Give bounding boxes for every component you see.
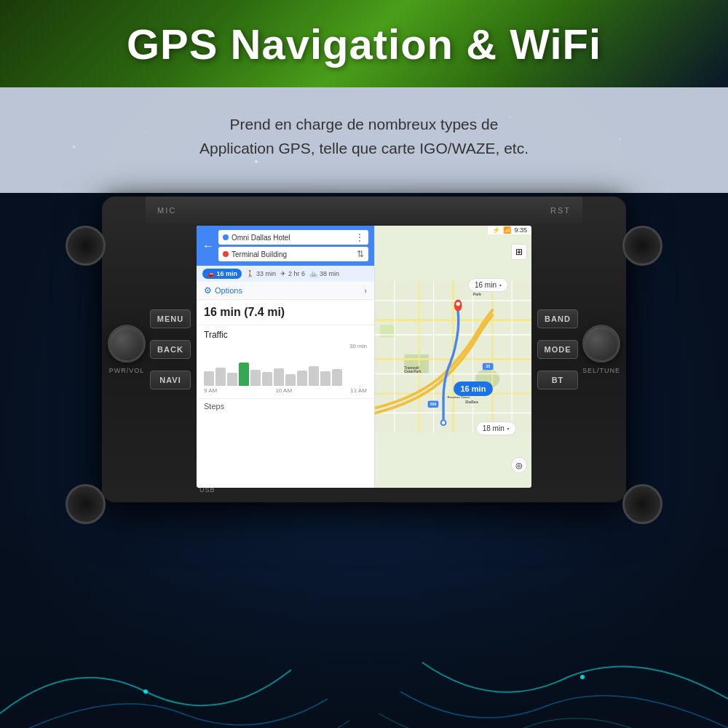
sel-tune-knob[interactable]	[582, 325, 620, 363]
traffic-bar-8	[285, 374, 296, 386]
svg-rect-4	[380, 325, 395, 337]
nav-panel: ← Omni Dallas Hotel ⋮ Terminal Building …	[197, 226, 375, 488]
destination-swap-icon[interactable]: ⇅	[357, 249, 364, 259]
destination-dot	[223, 251, 229, 257]
dot-icon-2: •	[507, 425, 510, 432]
options-row[interactable]: ⚙ Options ›	[197, 282, 374, 300]
rst-label: RST	[550, 206, 571, 215]
radio-unit: MIC RST PWR/VOL SEL/TUNE MENU BACK NAVI …	[102, 197, 626, 502]
page-title: GPS Navigation & WiFi	[127, 20, 601, 68]
mount-hole-top-left	[66, 226, 106, 266]
band-button[interactable]: BAND	[537, 309, 578, 328]
origin-dot	[223, 234, 229, 240]
subtitle-area: Prend en charge de nombreux types de App…	[0, 80, 728, 193]
map-svg: 366 35 University Park Trammell Crow Par…	[375, 226, 531, 488]
eta-section: 16 min (7.4 mi)	[197, 300, 374, 325]
traffic-time-labels: 9 AM 10 AM 11 AM	[204, 386, 367, 394]
time-11am: 11 AM	[350, 387, 367, 394]
traffic-bar-1	[204, 371, 214, 386]
pwr-vol-knob[interactable]	[108, 325, 146, 363]
nav-search-bar: ← Omni Dallas Hotel ⋮ Terminal Building …	[197, 226, 374, 266]
svg-text:Trammell: Trammell	[404, 366, 419, 370]
radio-top-bar: MIC RST	[146, 197, 582, 224]
wifi-icon: 📶	[503, 226, 511, 234]
subtitle-line1: Prend en charge de nombreux types de	[230, 116, 499, 132]
traffic-bar-2	[215, 368, 226, 386]
mode-button[interactable]: MODE	[537, 340, 578, 359]
map-layer-button[interactable]: ⊞	[511, 244, 527, 260]
mount-hole-bottom-right	[622, 484, 662, 524]
svg-text:366: 366	[430, 402, 436, 406]
left-buttons-group: MENU BACK NAVI	[150, 309, 191, 389]
traffic-bar-6	[262, 372, 272, 386]
route-options-bar: 🚗 16 min 🚶 33 min ✈ 2 hr 6 🚲 38 min	[197, 266, 374, 282]
traffic-bar-9	[297, 371, 307, 386]
time-9am: 9 AM	[204, 387, 217, 394]
svg-point-1	[580, 675, 585, 679]
mic-label: MIC	[157, 206, 176, 215]
route-option-active[interactable]: 🚗 16 min	[202, 269, 242, 279]
options-label: ⚙ Options	[204, 285, 242, 296]
origin-menu-icon[interactable]: ⋮	[355, 232, 364, 242]
route-option-3[interactable]: ✈ 2 hr 6	[280, 270, 305, 277]
status-bar: ⚡ 📶 9:35	[488, 226, 531, 234]
traffic-30min-label: 30 min	[204, 343, 367, 349]
traffic-bar-highlight	[239, 363, 249, 386]
back-button[interactable]: BACK	[150, 340, 191, 359]
destination-input[interactable]: Terminal Building ⇅	[218, 247, 368, 261]
origin-text: Omni Dallas Hotel	[232, 234, 290, 242]
options-chevron-icon: ›	[364, 286, 367, 295]
traffic-chart	[204, 349, 367, 386]
svg-text:Dallas: Dallas	[465, 400, 478, 404]
traffic-bar-12	[332, 369, 342, 386]
traffic-bar-10	[309, 366, 319, 386]
screen[interactable]: ← Omni Dallas Hotel ⋮ Terminal Building …	[197, 226, 531, 488]
eta-main: 16 min (7.4 mi)	[204, 306, 367, 319]
destination-text: Terminal Building	[232, 250, 287, 258]
options-icon: ⚙	[204, 285, 212, 296]
map-eta-small-2: 18 min •	[476, 422, 516, 435]
location-button[interactable]: ◎	[511, 457, 527, 473]
mount-hole-top-right	[622, 226, 662, 266]
nav-search-fields: Omni Dallas Hotel ⋮ Terminal Building ⇅	[218, 230, 368, 261]
traffic-bar-7	[274, 368, 284, 386]
svg-text:Crow Park: Crow Park	[404, 370, 422, 373]
time-10am: 10 AM	[275, 387, 292, 394]
mount-hole-bottom-left	[66, 484, 106, 524]
route-option-4[interactable]: 🚲 38 min	[309, 270, 339, 277]
subtitle-text: Prend en charge de nombreux types de App…	[199, 113, 529, 160]
navi-button[interactable]: NAVI	[150, 371, 191, 389]
sel-tune-label: SEL/TUNE	[582, 367, 620, 374]
bt-button[interactable]: BT	[537, 371, 578, 389]
svg-point-0	[143, 689, 148, 694]
bluetooth-icon: ⚡	[492, 226, 500, 234]
steps-hint: Steps	[197, 398, 374, 414]
menu-button[interactable]: MENU	[150, 309, 191, 328]
svg-point-12	[441, 420, 446, 425]
map-eta-small-1: 16 min •	[468, 278, 508, 292]
traffic-bar-5	[250, 370, 261, 386]
header-bar: GPS Navigation & WiFi	[0, 0, 728, 87]
traffic-bar-3	[227, 373, 237, 386]
right-knob-area: SEL/TUNE	[582, 325, 620, 374]
map-panel[interactable]: 366 35 University Park Trammell Crow Par…	[375, 226, 531, 488]
svg-point-11	[456, 302, 460, 306]
pwr-vol-label: PWR/VOL	[109, 367, 145, 374]
subtitle-line2: Application GPS, telle que carte IGO/WAZ…	[199, 140, 529, 157]
route-option-2[interactable]: 🚶 33 min	[246, 270, 276, 277]
svg-text:35: 35	[486, 364, 490, 368]
traffic-bar-11	[320, 371, 331, 386]
left-knob-area: PWR/VOL	[108, 325, 146, 374]
status-time: 9:35	[514, 226, 527, 234]
traffic-section: Traffic 30 min	[197, 325, 374, 398]
map-eta-bubble: 16 min	[454, 381, 494, 396]
traffic-label: Traffic	[204, 330, 367, 340]
right-buttons-group: BAND MODE BT	[537, 309, 578, 389]
dot-icon: •	[499, 282, 502, 288]
svg-text:Park: Park	[472, 292, 481, 296]
origin-input[interactable]: Omni Dallas Hotel ⋮	[218, 230, 368, 245]
nav-back-icon[interactable]: ←	[202, 240, 214, 253]
